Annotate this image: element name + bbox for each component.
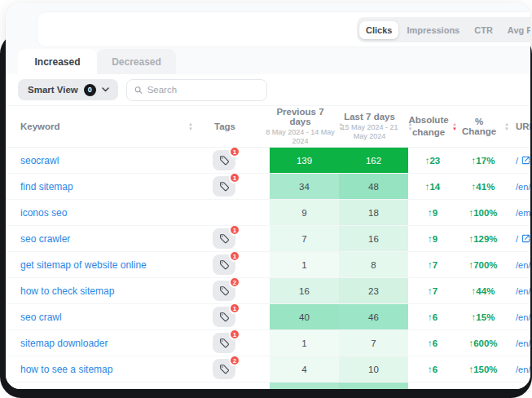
metric-tab-impressions[interactable]: Impressions	[400, 21, 466, 39]
keyword-link[interactable]: seocrawl	[20, 155, 59, 166]
tag-count-badge: 1	[229, 226, 240, 236]
last-7-days-value: 16	[339, 226, 408, 251]
tab-increased[interactable]: Increased	[18, 49, 97, 74]
absolute-change-value	[408, 383, 457, 389]
url-link[interactable]: /em	[516, 208, 530, 218]
tag-icon	[219, 364, 230, 374]
filters-bar: Smart View 0	[6, 74, 530, 105]
last-7-days-value: 7	[339, 330, 408, 356]
sort-icon[interactable]: ▲▼	[188, 122, 193, 131]
external-link-icon[interactable]	[521, 156, 530, 165]
keyword-link[interactable]: seo crawl	[20, 312, 62, 323]
keyword-link[interactable]: how to see a sitemap	[20, 364, 112, 375]
url-link[interactable]: /en/	[516, 338, 530, 348]
table-row[interactable]: get sitemap of website online 1 1 8 ↑7 ↑…	[6, 252, 530, 278]
last-7-days-value: 23	[339, 278, 408, 303]
keyword-link[interactable]: iconos seo	[20, 207, 67, 219]
last-date-range: 15 May 2024 - 21 May 2024	[335, 123, 405, 142]
last-7-days-value: 10	[339, 356, 408, 382]
metric-tab-avg-position[interactable]: Avg Position	[501, 21, 530, 39]
tag-icon	[219, 338, 230, 348]
previous-7-days-value: 34	[270, 174, 339, 199]
tag-chip[interactable]: 2	[213, 281, 235, 301]
url-link[interactable]: /en/	[516, 182, 530, 192]
previous-7-days-value	[270, 383, 339, 389]
last-7-days-value: 46	[339, 304, 408, 329]
tag-icon	[219, 285, 230, 296]
keyword-link[interactable]: sitemap downloader	[20, 338, 108, 349]
chevron-down-icon	[102, 87, 109, 92]
table-row[interactable]: how to check sitemap 2 16 23 ↑7 ↑44% /en…	[6, 278, 530, 304]
keyword-link[interactable]: how to check sitemap	[20, 285, 114, 297]
table-row[interactable]: iconos seo 9 18 ↑9 ↑100% /em	[6, 200, 530, 226]
percent-change-value: ↑17%	[457, 148, 509, 173]
tab-decreased[interactable]: Decreased	[97, 49, 176, 74]
tag-count-badge: 1	[229, 148, 240, 157]
table-row[interactable]: how to see a sitemap 2 4 10 ↑6 ↑150% /en…	[6, 356, 530, 383]
table-row[interactable]	[6, 383, 530, 389]
percent-change-value: ↑100%	[457, 200, 509, 225]
column-header-previous-7-days[interactable]: Previous 7 days 8 May 2024 - 14 May 2024…	[270, 107, 339, 147]
table-row[interactable]: seocrawl 1 139 162 ↑23 ↑17% /	[6, 148, 530, 174]
tag-chip[interactable]: 2	[213, 359, 235, 379]
last-7-days-value: 162	[339, 148, 408, 173]
tag-chip[interactable]: 1	[213, 150, 235, 170]
tag-icon	[219, 155, 230, 166]
absolute-change-value: ↑9	[408, 226, 457, 251]
absolute-change-value: ↑23	[408, 148, 457, 173]
metric-tab-clicks[interactable]: Clicks	[359, 21, 398, 39]
tag-count-badge: 2	[229, 278, 240, 288]
url-link[interactable]: /	[516, 156, 518, 166]
absolute-change-value: ↑7	[408, 278, 457, 303]
tag-chip[interactable]: 1	[213, 333, 235, 353]
tag-icon	[219, 181, 230, 192]
table-row[interactable]: find sitemap 1 34 48 ↑14 ↑41% /en/	[6, 174, 530, 200]
keyword-link[interactable]: find sitemap	[20, 181, 73, 192]
previous-7-days-value: 4	[270, 356, 339, 382]
search-icon	[134, 86, 143, 95]
table-row[interactable]: sitemap downloader 1 1 7 ↑6 ↑600% /en/	[6, 330, 530, 356]
app-window: ClicksImpressionsCTRAvg Position Increas…	[6, 2, 530, 389]
smart-view-dropdown[interactable]: Smart View 0	[18, 79, 118, 100]
url-link[interactable]: /	[516, 234, 518, 244]
previous-7-days-value: 1	[270, 330, 339, 356]
tag-count-badge: 2	[229, 356, 240, 366]
keyword-link[interactable]: seo crawler	[20, 233, 70, 245]
previous-7-days-value: 40	[270, 304, 339, 329]
tag-count-badge: 1	[229, 252, 240, 262]
column-header-last-7-days[interactable]: Last 7 days 15 May 2024 - 21 May 2024 ▲▼	[339, 112, 408, 142]
table-body: seocrawl 1 139 162 ↑23 ↑17% /	[6, 148, 530, 389]
url-link[interactable]: /en/	[516, 260, 530, 270]
tag-icon	[219, 259, 230, 270]
url-link[interactable]: /en/	[516, 365, 530, 374]
column-header-tags: Tags	[206, 122, 270, 131]
column-header-url[interactable]: URL	[509, 122, 530, 131]
tag-chip[interactable]: 1	[213, 254, 235, 275]
absolute-change-value: ↑6	[408, 304, 457, 329]
tag-chip[interactable]: 1	[213, 228, 235, 249]
absolute-change-value: ↑6	[408, 356, 457, 382]
metric-tab-ctr[interactable]: CTR	[468, 21, 499, 39]
tag-chip[interactable]: 1	[213, 176, 235, 197]
column-header-percent-change[interactable]: % Change ▲▼	[457, 117, 509, 136]
tag-count-badge: 1	[229, 174, 240, 184]
previous-date-range: 8 May 2024 - 14 May 2024	[266, 128, 336, 147]
table-row[interactable]: seo crawl 1 40 46 ↑6 ↑15% /en/	[6, 304, 530, 330]
last-7-days-value: 18	[339, 200, 408, 225]
column-header-keyword[interactable]: Keyword ▲▼	[20, 122, 206, 131]
url-link[interactable]: /en/	[516, 286, 530, 296]
column-header-absolute-change[interactable]: Absolute change ▲▼	[408, 114, 457, 139]
external-link-icon[interactable]	[521, 234, 530, 243]
tag-count-badge: 1	[229, 330, 240, 340]
absolute-change-value: ↑6	[408, 330, 457, 356]
content-panel: Smart View 0 Keyword ▲▼ Tags	[6, 74, 530, 389]
keyword-link[interactable]: get sitemap of website online	[20, 259, 147, 271]
tag-chip[interactable]: 1	[213, 307, 235, 327]
previous-7-days-value: 9	[270, 200, 339, 225]
url-link[interactable]: /en/	[516, 312, 530, 322]
table-row[interactable]: seo crawler 1 7 16 ↑9 ↑129% /	[6, 226, 530, 252]
previous-7-days-value: 139	[270, 148, 339, 173]
search-input[interactable]	[147, 85, 259, 95]
last-7-days-value	[339, 383, 408, 389]
percent-change-value	[457, 383, 509, 389]
